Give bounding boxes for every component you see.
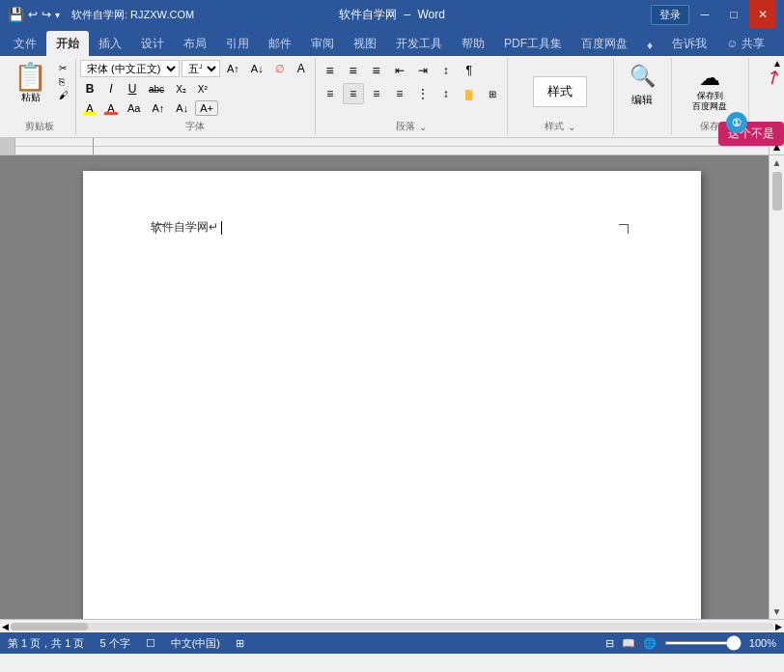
tab-baidu[interactable]: 百度网盘 <box>572 32 637 56</box>
scroll-up-button[interactable]: ▲ <box>770 155 784 170</box>
font-case-button[interactable]: A+ <box>195 100 218 116</box>
status-bar: 第 1 页，共 1 页 5 个字 ☐ 中文(中国) ⊞ ⊟ 📖 🌐 100% <box>0 632 784 654</box>
h-scroll-thumb[interactable] <box>11 623 88 630</box>
tab-help[interactable]: 帮助 <box>452 32 494 56</box>
tab-share[interactable]: ☺ 共享 <box>716 32 774 56</box>
font-highlight-button[interactable]: A <box>80 100 99 116</box>
number-list-button[interactable]: ≡ <box>343 60 364 81</box>
decrease-indent-button[interactable]: ⇤ <box>389 60 410 81</box>
font-group: 宋体 (中文正文) 五号 A↑ A↓ ∅ A B I U abc X₂ X² <box>76 58 316 135</box>
justify-button[interactable]: ≡ <box>389 83 410 104</box>
increase-indent-button[interactable]: ⇥ <box>412 60 434 81</box>
clear-format-button[interactable]: ∅ <box>270 61 290 77</box>
border-button[interactable]: ⊞ <box>482 83 503 104</box>
tab-design[interactable]: 设计 <box>131 32 174 56</box>
zoom-slider[interactable] <box>664 641 742 645</box>
paste-label: 粘贴 <box>21 91 41 104</box>
scroll-left-button[interactable]: ◀ <box>2 622 9 631</box>
font-decrease2-button[interactable]: A↓ <box>171 100 193 116</box>
align-left-button[interactable]: ≡ <box>320 83 341 104</box>
underline-button[interactable]: U <box>123 80 142 98</box>
ruler-bar: ▲ <box>0 138 784 155</box>
document-page[interactable]: 软件自学网↵ <box>83 171 701 619</box>
scroll-down-button[interactable]: ▼ <box>770 604 784 619</box>
tab-home[interactable]: 开始 <box>46 31 89 56</box>
strikethrough-button[interactable]: abc <box>144 82 169 97</box>
font-family-select[interactable]: 宋体 (中文正文) <box>80 60 180 77</box>
bullet-list-button[interactable]: ≡ <box>320 60 341 81</box>
styles-expand-icon[interactable]: ⌄ <box>568 122 575 132</box>
tab-tell-me[interactable]: 告诉我 <box>662 32 716 56</box>
tab-layout[interactable]: 布局 <box>174 32 216 56</box>
special-a-button[interactable]: A <box>292 60 311 77</box>
italic-button[interactable]: I <box>101 80 121 98</box>
superscript-button[interactable]: X² <box>193 82 212 97</box>
restore-button[interactable]: □ <box>720 0 747 29</box>
multilevel-list-button[interactable]: ≡ <box>366 60 387 81</box>
font-size-select[interactable]: 五号 <box>182 60 220 77</box>
search-icon[interactable]: 🔍 <box>630 64 656 89</box>
edit-content: 🔍 编辑 <box>618 60 667 133</box>
ruler-left-margin <box>0 138 15 154</box>
align-center-button[interactable]: ≡ <box>343 83 364 104</box>
ribbon-content: 📋 粘贴 ✂ ⎘ 🖌 剪贴板 宋体 (中文正文) 五号 A↑ A↓ <box>0 56 784 138</box>
tab-file[interactable]: 文件 <box>4 32 46 56</box>
cut-button[interactable]: ✂ <box>56 62 71 74</box>
paragraph-label: 段落 ⌄ <box>316 120 507 133</box>
text-cursor <box>221 221 222 235</box>
horizontal-scrollbar: ◀ ▶ <box>0 619 784 632</box>
tab-view[interactable]: 视图 <box>344 32 386 56</box>
shading-button[interactable]: ▓ <box>459 83 480 104</box>
vertical-scrollbar: ▲ ▼ <box>769 155 784 619</box>
tab-developer[interactable]: 开发工具 <box>386 32 452 56</box>
document-text-area[interactable]: 软件自学网↵ <box>151 219 633 236</box>
format-paint-button[interactable]: 🖌 <box>56 89 71 101</box>
ruler-marker-left <box>93 138 94 154</box>
font-increase2-button[interactable]: A↑ <box>147 100 169 116</box>
read-view-icon[interactable]: 📖 <box>622 637 635 650</box>
save-cloud-icon: ☁ <box>699 66 720 91</box>
ruler-line <box>15 146 784 147</box>
tab-pdf[interactable]: PDF工具集 <box>494 32 572 56</box>
quick-access-dropdown[interactable]: ▾ <box>55 10 60 20</box>
sort-button[interactable]: ↕ <box>435 60 457 81</box>
show-marks-button[interactable]: ¶ <box>459 60 480 81</box>
web-view-icon[interactable]: 🌐 <box>643 637 657 650</box>
align-right-button[interactable]: ≡ <box>366 83 387 104</box>
site-name: 软件自学网: RJZXW.COM <box>71 8 194 22</box>
ruler-content <box>15 138 784 154</box>
font-shadow-button[interactable]: Aa <box>123 100 145 116</box>
login-button[interactable]: 登录 <box>651 5 689 25</box>
tab-references[interactable]: 引用 <box>216 32 259 56</box>
edit-label-btn[interactable]: 编辑 <box>631 93 653 107</box>
tab-mailings[interactable]: 邮件 <box>259 32 301 56</box>
decrease-font-button[interactable]: A↓ <box>246 61 268 76</box>
minimize-button[interactable]: ─ <box>691 0 718 29</box>
tab-review[interactable]: 审阅 <box>301 32 344 56</box>
paste-button[interactable]: 📋 粘贴 <box>8 62 53 106</box>
style-normal-button[interactable]: 样式 <box>533 76 587 107</box>
tab-insert[interactable]: 插入 <box>89 32 131 56</box>
copy-button[interactable]: ⎘ <box>56 75 71 88</box>
column-button[interactable]: ⋮ <box>412 83 434 104</box>
increase-font-button[interactable]: A↑ <box>222 61 244 76</box>
layout-view-icon[interactable]: ⊟ <box>605 637 614 650</box>
font-color-button[interactable]: A <box>101 100 121 116</box>
undo-button[interactable]: ↩ <box>28 8 38 21</box>
para-expand-icon[interactable]: ⌄ <box>419 122 427 132</box>
close-button[interactable]: ✕ <box>749 0 776 29</box>
bold-button[interactable]: B <box>80 80 99 98</box>
annotation-circle: ① <box>726 112 747 133</box>
save-to-cloud-button[interactable]: ☁ 保存到百度网盘 <box>688 64 731 114</box>
line-spacing-button[interactable]: ↕ <box>435 83 457 104</box>
quick-save-icon[interactable]: 💾 <box>8 7 24 22</box>
ribbon-tab-bar: 文件 开始 插入 设计 布局 引用 邮件 审阅 视图 开发工具 帮助 PDF工具… <box>0 29 784 56</box>
scroll-thumb[interactable] <box>772 172 782 210</box>
font-name-row: 宋体 (中文正文) 五号 A↑ A↓ ∅ A <box>80 60 311 77</box>
tab-diamond[interactable]: ♦ <box>637 35 662 56</box>
scroll-right-button[interactable]: ▶ <box>775 622 782 631</box>
paragraph-group: ≡ ≡ ≡ ⇤ ⇥ ↕ ¶ ≡ ≡ ≡ ≡ ⋮ ↕ ▓ ⊞ 段落 ⌄ <box>316 58 508 135</box>
subscript-button[interactable]: X₂ <box>171 82 191 97</box>
language-status: 中文(中国) <box>171 636 220 651</box>
redo-button[interactable]: ↪ <box>42 8 51 21</box>
